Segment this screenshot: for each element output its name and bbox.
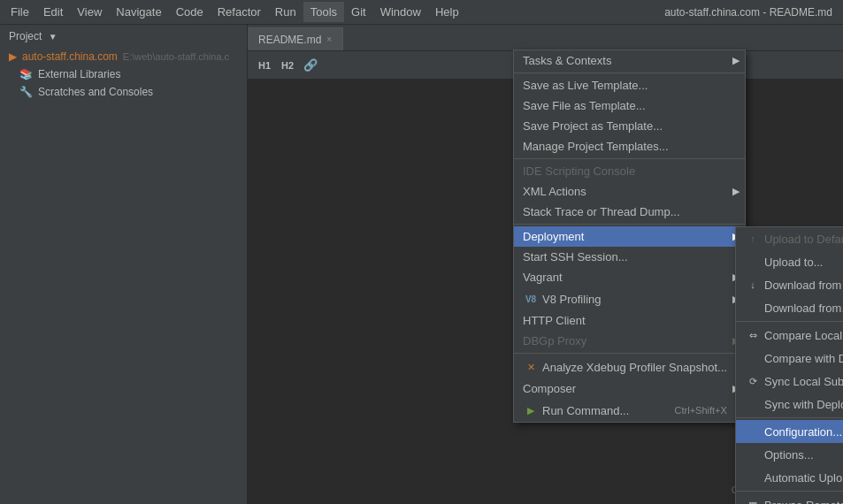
- menubar-item-refactor[interactable]: Refactor: [211, 2, 268, 22]
- composer-label: Composer: [523, 382, 576, 395]
- project-path: E:\web\auto-staff.china.c: [123, 51, 229, 62]
- scratches-label: Scratches and Consoles: [38, 86, 153, 98]
- window-title: auto-staff.china.com - README.md: [664, 6, 839, 19]
- auto-upload-label: Automatic Upload: [764, 471, 843, 485]
- menu-item-manage-templates[interactable]: Manage Project Templates...: [514, 136, 745, 157]
- menu-item-stack-trace[interactable]: Stack Trace or Thread Dump...: [514, 202, 745, 222]
- run-command-icon: ▶: [523, 402, 539, 418]
- sidebar-item-libraries[interactable]: 📚 External Libraries: [0, 65, 247, 83]
- menu-item-xdebug[interactable]: ✕ Analyze Xdebug Profiler Snapshot...: [514, 355, 745, 378]
- menu-item-save-live[interactable]: Save as Live Template...: [514, 75, 745, 95]
- project-folder-icon: ▶: [9, 50, 17, 63]
- manage-templates-label: Manage Project Templates...: [523, 140, 669, 153]
- deployment-label: Deployment: [523, 230, 584, 243]
- menu-item-dbgp: DBGp Proxy ▶: [514, 331, 745, 351]
- download-default-label: Download from Default Server: [764, 279, 843, 292]
- sync-local-label: Sync Local Subtree with Deployed: [764, 375, 843, 388]
- tasks-submenu-arrow: ▶: [732, 55, 740, 66]
- xdebug-label: Analyze Xdebug Profiler Snapshot...: [542, 361, 727, 374]
- menu-item-save-project[interactable]: Save Project as Template...: [514, 116, 745, 136]
- run-command-shortcut: Ctrl+Shift+X: [657, 405, 727, 416]
- compare-local-icon: ⇔: [745, 327, 761, 343]
- configuration-icon: [745, 424, 761, 439]
- stack-trace-label: Stack Trace or Thread Dump...: [523, 205, 680, 218]
- menu-item-run-command[interactable]: ▶ Run Command... Ctrl+Shift+X: [514, 399, 745, 422]
- dbgp-label: DBGp Proxy: [523, 334, 586, 347]
- deploy-compare-with[interactable]: Compare with Deployed to ...: [736, 347, 843, 370]
- deploy-download-from[interactable]: Download from...: [736, 296, 843, 319]
- menu-item-vagrant[interactable]: Vagrant ▶: [514, 267, 745, 287]
- menubar-item-edit[interactable]: Edit: [36, 2, 70, 22]
- menubar-item-window[interactable]: Window: [373, 2, 428, 22]
- menu-item-tasks[interactable]: Tasks & Contexts ▶: [514, 50, 745, 71]
- deploy-sep-3: [736, 491, 843, 492]
- browse-remote-label: Browse Remote Host: [764, 499, 843, 505]
- sidebar-header: Project ▼: [0, 25, 247, 48]
- xml-submenu-arrow: ▶: [732, 186, 740, 197]
- menu-item-deployment[interactable]: Deployment ▶ ↑ Upload to Default Server …: [514, 226, 745, 247]
- upload-default-label: Upload to Default Server: [764, 233, 843, 246]
- sync-with-label: Sync with Deployed to ...: [764, 398, 843, 411]
- readme-tab[interactable]: README.md ×: [248, 27, 343, 50]
- ide-scripting-label: IDE Scripting Console: [523, 164, 635, 178]
- download-default-icon: ↓: [745, 277, 761, 293]
- options-label: Options...: [764, 448, 814, 462]
- menubar-item-view[interactable]: View: [70, 2, 109, 22]
- menubar-item-git[interactable]: Git: [344, 2, 373, 22]
- deploy-browse-remote[interactable]: ▦ Browse Remote Host: [736, 493, 843, 504]
- menu-item-ssh[interactable]: Start SSH Session...: [514, 247, 745, 267]
- deploy-configuration[interactable]: Configuration...: [736, 420, 843, 443]
- menu-item-xml-actions[interactable]: XML Actions ▶: [514, 181, 745, 202]
- http-client-label: HTTP Client: [523, 314, 586, 327]
- separator-4: [514, 353, 745, 354]
- deploy-upload-to[interactable]: Upload to... Ctrl+Alt+Shift+X: [736, 250, 843, 273]
- deploy-sync-local[interactable]: ⟳ Sync Local Subtree with Deployed: [736, 370, 843, 393]
- tab-bar: README.md ×: [248, 25, 843, 51]
- xml-actions-label: XML Actions: [523, 185, 586, 198]
- menu-item-v8[interactable]: V8 V8 Profiling ▶: [514, 287, 745, 310]
- upload-to-label: Upload to...: [764, 256, 824, 269]
- menubar-item-file[interactable]: File: [4, 2, 36, 22]
- upload-default-icon: ↑: [745, 231, 761, 247]
- sidebar-item-scratches[interactable]: 🔧 Scratches and Consoles: [0, 83, 247, 101]
- compare-with-label: Compare with Deployed to ...: [764, 352, 843, 365]
- menubar: File Edit View Navigate Code Refactor Ru…: [0, 0, 843, 25]
- project-dropdown-icon[interactable]: ▼: [49, 32, 57, 42]
- deploy-compare-local[interactable]: ⇔ Compare Local File with Deployed Versi…: [736, 324, 843, 347]
- sidebar-item-project[interactable]: ▶ auto-staff.china.com E:\web\auto-staff…: [0, 48, 247, 65]
- main-area: Project ▼ ▶ auto-staff.china.com E:\web\…: [0, 25, 843, 504]
- save-live-label: Save as Live Template...: [523, 79, 648, 92]
- v8-label: V8 Profiling: [542, 293, 601, 306]
- options-icon: [745, 447, 761, 462]
- project-label: Project: [9, 30, 42, 42]
- browse-remote-icon: ▦: [745, 497, 761, 504]
- menu-item-http-client[interactable]: HTTP Client: [514, 310, 745, 331]
- save-file-label: Save File as Template...: [523, 99, 646, 112]
- separator-1: [514, 73, 745, 73]
- deploy-automatic-upload[interactable]: Automatic Upload: [736, 466, 843, 489]
- tab-label: README.md: [258, 34, 321, 46]
- download-from-label: Download from...: [764, 302, 843, 315]
- sidebar: Project ▼ ▶ auto-staff.china.com E:\web\…: [0, 25, 248, 504]
- deploy-sync-with[interactable]: Sync with Deployed to ...: [736, 393, 843, 416]
- menu-item-ide-scripting: IDE Scripting Console: [514, 161, 745, 181]
- auto-upload-icon: [745, 470, 761, 485]
- content-area: README.md × H1 H2 🔗 Tasks & Contexts ▶: [248, 25, 843, 504]
- menu-item-save-file[interactable]: Save File as Template...: [514, 95, 745, 116]
- menubar-item-navigate[interactable]: Navigate: [109, 2, 168, 22]
- menubar-item-run[interactable]: Run: [268, 2, 303, 22]
- sync-local-icon: ⟳: [745, 373, 761, 389]
- menubar-item-code[interactable]: Code: [169, 2, 211, 22]
- separator-3: [514, 224, 745, 225]
- deploy-options[interactable]: Options...: [736, 443, 843, 466]
- menu-item-composer[interactable]: Composer ▶: [514, 378, 745, 399]
- menubar-item-tools[interactable]: Tools: [303, 2, 344, 22]
- deploy-download-default[interactable]: ↓ Download from Default Server: [736, 273, 843, 296]
- download-from-icon: [745, 300, 761, 316]
- libraries-label: External Libraries: [38, 68, 120, 80]
- close-icon[interactable]: ×: [326, 34, 332, 44]
- tools-menu: Tasks & Contexts ▶ Save as Live Template…: [513, 50, 746, 423]
- vagrant-label: Vagrant: [523, 271, 563, 284]
- menubar-item-help[interactable]: Help: [428, 2, 466, 22]
- separator-2: [514, 158, 745, 159]
